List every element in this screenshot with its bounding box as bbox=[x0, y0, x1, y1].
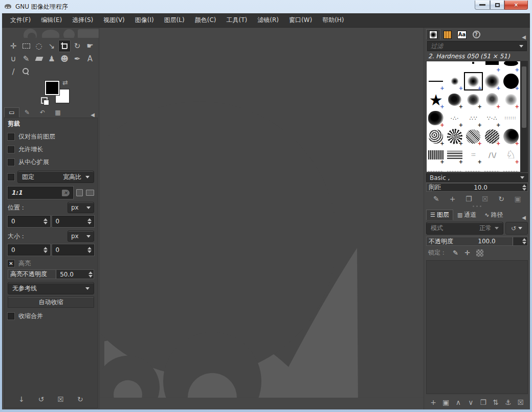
new-layer-button[interactable]: + bbox=[429, 398, 438, 407]
checkbox-expand-from-center[interactable]: 从中心扩展 bbox=[8, 156, 94, 169]
brush-acrylic-02[interactable]: + bbox=[464, 90, 483, 109]
menu-item-view[interactable]: 视图(V) bbox=[98, 13, 130, 27]
eraser-tool[interactable] bbox=[33, 53, 45, 65]
portrait-orientation-button[interactable] bbox=[76, 189, 83, 196]
brush-blank-1[interactable] bbox=[427, 61, 446, 72]
menu-item-colors[interactable]: 颜色(C) bbox=[190, 13, 221, 27]
brush-cell-02[interactable]: + bbox=[464, 127, 483, 146]
aspect-ratio-input[interactable]: 1:1 × bbox=[8, 187, 73, 199]
open-brush-button[interactable]: ▣ bbox=[513, 194, 522, 203]
spinner-arrows[interactable] bbox=[521, 185, 527, 191]
spinner-arrows[interactable] bbox=[86, 218, 93, 224]
menu-item-help[interactable]: 帮助(H) bbox=[317, 13, 349, 27]
spinner-arrows[interactable] bbox=[42, 247, 49, 253]
brush-acrylic-01[interactable]: + bbox=[446, 90, 464, 109]
brush-smudge-02[interactable] bbox=[446, 164, 464, 172]
auto-shrink-button[interactable]: 自动收缩 bbox=[8, 296, 94, 308]
refresh-brushes-button[interactable]: ↻ bbox=[497, 194, 506, 203]
swap-colors-icon[interactable]: ⇄ bbox=[62, 79, 68, 86]
dock-tab-patterns[interactable] bbox=[440, 29, 455, 40]
lower-layer-button[interactable]: ∨ bbox=[466, 398, 475, 407]
brush-line[interactable]: + bbox=[427, 72, 446, 90]
footer-reset-defaults-button[interactable]: ↻ bbox=[76, 395, 85, 404]
new-layer-group-button[interactable]: ▣ bbox=[441, 398, 451, 407]
dock-tab-fonts[interactable]: Aa bbox=[455, 29, 469, 40]
brush-chalk[interactable]: + bbox=[427, 109, 446, 127]
size-width-input[interactable]: 0 bbox=[8, 244, 50, 256]
menu-item-file[interactable]: 文件(F) bbox=[5, 13, 36, 27]
mode-group-switch-button[interactable]: ↺ bbox=[505, 222, 528, 235]
brush-block[interactable]: + bbox=[483, 61, 502, 72]
brush-blank-2[interactable] bbox=[446, 61, 464, 72]
brush-filter-input[interactable] bbox=[431, 42, 507, 50]
menu-item-tools[interactable]: 工具(T) bbox=[221, 13, 253, 27]
lock-pixels-icon[interactable]: ✎ bbox=[453, 249, 458, 257]
brush-ellipse[interactable]: + bbox=[501, 61, 520, 72]
raise-layer-button[interactable]: ∧ bbox=[454, 398, 463, 407]
scrollbar-thumb[interactable] bbox=[522, 66, 526, 128]
tab-channels[interactable]: ▥通道 bbox=[453, 210, 480, 220]
anchor-layer-button[interactable]: ⚓ bbox=[503, 398, 513, 407]
spinner-arrows[interactable] bbox=[521, 238, 527, 244]
menu-item-windows[interactable]: 窗口(W) bbox=[284, 13, 317, 27]
layers-list[interactable] bbox=[426, 260, 528, 394]
brush-smudge-04[interactable] bbox=[483, 164, 502, 172]
clone-tool[interactable]: ♟ bbox=[46, 53, 58, 65]
chevron-down-icon[interactable] bbox=[519, 45, 523, 48]
dock-tab-dynamics[interactable]: ? bbox=[469, 29, 483, 40]
brush-hardness-025[interactable]: + bbox=[446, 72, 464, 90]
ink-tool[interactable]: ✒ bbox=[71, 53, 83, 65]
duplicate-layer-button[interactable]: ❐ bbox=[479, 398, 488, 407]
checkbox-highlight[interactable]: ✕ 高亮 bbox=[8, 258, 94, 268]
brush-acrylic-04[interactable]: + bbox=[501, 90, 520, 109]
brush-texture-02[interactable]: + bbox=[501, 127, 520, 146]
footer-restore-preset-button[interactable]: ↺ bbox=[36, 395, 46, 404]
bucket-fill-tool[interactable]: ∪ bbox=[7, 53, 19, 65]
brush-texture-01[interactable]: + bbox=[483, 127, 502, 146]
foreground-color-swatch[interactable] bbox=[45, 81, 59, 95]
tab-layers[interactable]: ☰图层 bbox=[426, 210, 453, 220]
minimize-button[interactable] bbox=[475, 1, 490, 10]
lock-position-icon[interactable]: ✛ bbox=[464, 249, 470, 257]
spinner-arrows[interactable] bbox=[87, 271, 94, 278]
panel-menu-icon[interactable]: ◀ bbox=[520, 215, 528, 220]
panel-menu-icon[interactable]: ◀ bbox=[520, 34, 528, 40]
free-select-tool[interactable]: ◌ bbox=[33, 40, 45, 52]
menu-item-layer[interactable]: 图层(L) bbox=[159, 13, 190, 27]
brush-hardness-075[interactable]: + bbox=[483, 72, 502, 90]
brush-scrollbar[interactable] bbox=[520, 61, 527, 172]
merge-down-button[interactable]: ⇅ bbox=[491, 398, 500, 407]
checkbox-shrink-merged[interactable]: 收缩合并 bbox=[8, 310, 94, 323]
crop-tool[interactable] bbox=[58, 40, 71, 52]
smudge-tool[interactable]: ☻ bbox=[58, 53, 71, 65]
menu-item-select[interactable]: 选择(S) bbox=[67, 13, 98, 27]
brush-spray-03[interactable]: ∵·∴+ bbox=[483, 109, 502, 127]
position-y-input[interactable]: 0 bbox=[52, 216, 95, 227]
layer-opacity-slider[interactable]: 不透明度 100.0 bbox=[426, 237, 528, 246]
brush-sticks[interactable]: ∕∖∕ bbox=[483, 146, 502, 164]
checkbox-allow-growing[interactable]: 允许增长 bbox=[8, 143, 94, 156]
highlight-opacity-slider[interactable]: 高亮不透明度 50.0 bbox=[8, 269, 94, 279]
brush-hardness-100[interactable]: + bbox=[501, 72, 520, 90]
paintbrush-tool[interactable]: ✎ bbox=[20, 53, 32, 65]
layer-mode-dropdown[interactable]: 模式 正常 bbox=[426, 222, 503, 235]
dock-tab-tool-options[interactable]: ▭ bbox=[4, 107, 19, 118]
dock-splitter-handle[interactable] bbox=[424, 204, 530, 209]
checkbox-fixed[interactable] bbox=[8, 174, 14, 180]
position-x-input[interactable]: 0 bbox=[8, 216, 50, 227]
maximize-button[interactable] bbox=[490, 1, 504, 10]
fixed-dropdown[interactable]: 固定 宽高比 bbox=[17, 171, 94, 183]
warp-tool[interactable]: ☛ bbox=[84, 40, 96, 52]
brush-spray-02[interactable]: ∴∵+ bbox=[464, 109, 483, 127]
size-height-input[interactable]: 0 bbox=[52, 244, 95, 256]
duplicate-brush-button[interactable]: ❐ bbox=[464, 194, 474, 203]
spinner-arrows[interactable] bbox=[86, 247, 93, 253]
brush-cell-01[interactable]: + bbox=[446, 127, 464, 146]
brush-pixel[interactable] bbox=[464, 61, 483, 72]
brush-vine[interactable]: + bbox=[427, 127, 446, 146]
landscape-orientation-button[interactable] bbox=[86, 190, 94, 196]
footer-save-preset-button[interactable]: ↓ bbox=[17, 395, 26, 404]
brush-burlap[interactable]: + bbox=[427, 146, 446, 164]
brush-star[interactable]: ★+ bbox=[427, 90, 446, 109]
text-tool[interactable]: A bbox=[84, 53, 96, 65]
